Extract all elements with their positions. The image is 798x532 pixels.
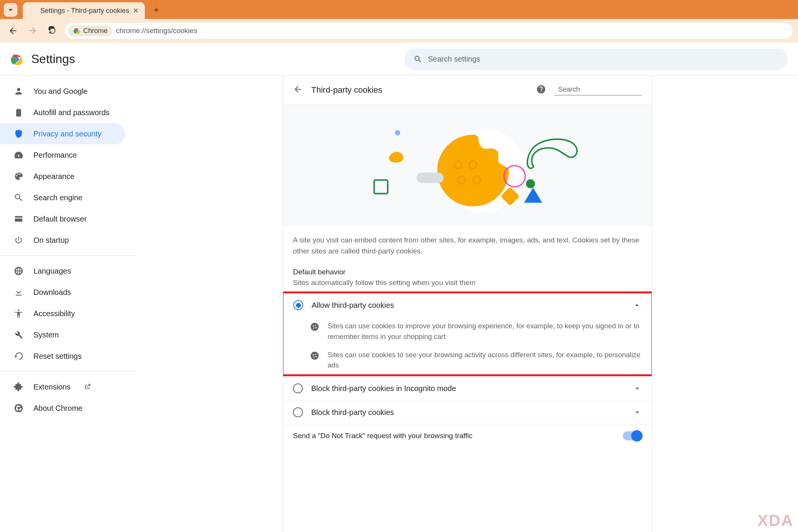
svg-point-11 (526, 179, 535, 188)
plus-icon (152, 6, 160, 14)
tab-search-button[interactable] (4, 3, 17, 17)
speedometer-icon (14, 150, 24, 160)
sidebar-item-performance[interactable]: Performance (0, 144, 125, 166)
sidebar-item-autofill[interactable]: Autofill and passwords (0, 102, 125, 123)
sidebar-item-you-and-google[interactable]: You and Google (0, 81, 125, 102)
sidebar-item-languages[interactable]: Languages (0, 260, 125, 282)
arrow-right-icon (28, 26, 38, 36)
sidebar-item-privacy[interactable]: Privacy and security (0, 123, 125, 144)
toggle-on[interactable] (623, 431, 642, 440)
search-icon (413, 55, 423, 64)
sidebar-item-accessibility[interactable]: Accessibility (0, 303, 125, 324)
open-in-new-icon (84, 383, 91, 391)
forward-button[interactable] (25, 23, 40, 38)
option-block-third-party[interactable]: Block third-party cookies (283, 401, 652, 424)
settings-search[interactable] (404, 49, 788, 70)
sidebar-item-reset[interactable]: Reset settings (0, 345, 125, 367)
svg-rect-9 (416, 173, 444, 183)
highlight-annotation: Allow third-party cookies Sites can use … (283, 291, 652, 376)
chevron-down-icon (6, 5, 16, 15)
search-icon (14, 193, 24, 203)
svg-rect-8 (374, 180, 388, 194)
new-tab-button[interactable] (149, 3, 163, 17)
svg-point-14 (313, 325, 314, 327)
tab-close-button[interactable]: ✕ (133, 6, 139, 15)
clipboard-icon (14, 108, 24, 117)
panel-search-input[interactable] (558, 86, 646, 93)
divider (0, 255, 137, 256)
chrome-logo-icon (73, 27, 81, 35)
download-icon (14, 287, 24, 297)
panel-search[interactable] (554, 85, 642, 95)
option-block-incognito[interactable]: Block third-party cookies in Incognito m… (283, 377, 652, 400)
gear-icon (29, 7, 36, 14)
page-title: Settings (31, 52, 75, 66)
chrome-chip-label: Chrome (83, 27, 108, 35)
accessibility-icon (14, 309, 24, 318)
arrow-left-icon (8, 26, 18, 36)
svg-point-21 (313, 356, 314, 357)
wrench-icon (14, 330, 24, 340)
section-subtext: Sites automatically follow this setting … (283, 279, 652, 291)
sidebar-item-downloads[interactable]: Downloads (0, 282, 125, 303)
cookie-icon (309, 321, 320, 332)
person-icon (14, 86, 24, 96)
address-bar: Chrome chrome://settings/cookies (0, 19, 798, 43)
reload-icon (48, 26, 57, 35)
sidebar-item-system[interactable]: System (0, 324, 125, 345)
svg-point-18 (311, 352, 319, 359)
svg-point-16 (313, 328, 314, 329)
help-icon (536, 84, 546, 94)
panel-back-button[interactable] (293, 84, 303, 96)
option-detail-row: Sites can use cookies to improve your br… (283, 317, 651, 346)
chevron-up-icon[interactable] (632, 301, 641, 310)
cookie-icon (309, 350, 320, 361)
sidebar-item-search-engine[interactable]: Search engine (0, 187, 125, 208)
panel-header: Third-party cookies (283, 76, 652, 104)
site-chip[interactable]: Chrome (68, 25, 112, 36)
globe-icon (14, 266, 24, 276)
chrome-outline-icon (14, 403, 24, 413)
settings-panel: Third-party cookies (283, 76, 652, 532)
section-label: Default behavior (283, 260, 652, 279)
radio-checked-icon[interactable] (293, 300, 303, 310)
watermark: XDA (757, 511, 793, 530)
radio-unchecked-icon[interactable] (293, 407, 303, 417)
browser-tab-strip: Settings - Third-party cookies ✕ (0, 0, 798, 19)
arrow-left-icon (293, 84, 303, 94)
do-not-track-row[interactable]: Send a "Do Not Track" request with your … (283, 424, 652, 447)
svg-point-17 (315, 327, 317, 329)
svg-point-20 (315, 353, 316, 355)
option-allow-third-party[interactable]: Allow third-party cookies (283, 293, 651, 317)
svg-point-7 (395, 130, 400, 136)
svg-point-19 (313, 354, 314, 355)
browser-tab[interactable]: Settings - Third-party cookies ✕ (23, 2, 145, 19)
power-icon (14, 235, 24, 245)
extension-icon (14, 382, 24, 392)
back-button[interactable] (5, 23, 21, 38)
restore-icon (14, 351, 24, 361)
settings-search-input[interactable] (428, 55, 779, 63)
shield-icon (14, 129, 24, 139)
svg-point-15 (315, 325, 316, 326)
panel-title: Third-party cookies (311, 85, 382, 95)
option-detail-row: Sites can use cookies to see your browsi… (283, 346, 651, 375)
panel-description: A site you visit can embed content from … (283, 226, 652, 260)
sidebar-item-default-browser[interactable]: Default browser (0, 208, 125, 230)
radio-unchecked-icon[interactable] (293, 383, 303, 393)
help-button[interactable] (536, 84, 546, 96)
sidebar-item-extensions[interactable]: Extensions (0, 376, 125, 397)
svg-point-13 (311, 323, 319, 331)
sidebar-item-appearance[interactable]: Appearance (0, 166, 125, 187)
chevron-down-icon[interactable] (633, 408, 642, 417)
url-text: chrome://settings/cookies (116, 27, 197, 35)
palette-icon (14, 171, 24, 181)
chevron-down-icon[interactable] (633, 384, 642, 393)
sidebar-item-on-startup[interactable]: On startup (0, 230, 125, 251)
reload-button[interactable] (45, 23, 60, 38)
browser-icon (14, 214, 24, 224)
sidebar-item-about[interactable]: About Chrome (0, 397, 125, 419)
svg-point-22 (315, 356, 317, 357)
url-input[interactable]: Chrome chrome://settings/cookies (65, 23, 793, 39)
settings-sidebar: You and Google Autofill and passwords Pr… (0, 76, 137, 532)
